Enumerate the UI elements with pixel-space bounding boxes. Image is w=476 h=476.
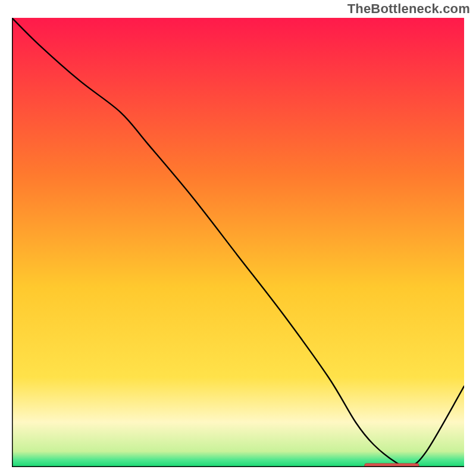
chart-root: TheBottleneck.com — [0, 0, 476, 476]
plot-area — [12, 18, 464, 467]
watermark-label: TheBottleneck.com — [347, 1, 470, 17]
axes — [12, 18, 464, 467]
